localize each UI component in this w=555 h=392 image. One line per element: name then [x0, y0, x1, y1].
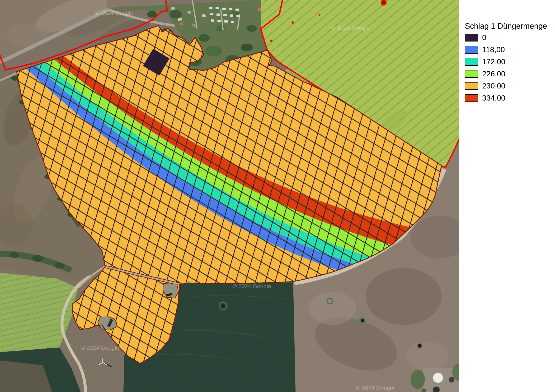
svg-text:© 2024 Google: © 2024 Google — [356, 385, 394, 391]
map-canvas[interactable]: © 2024 Google © 2024 Google © 2024 Googl… — [0, 0, 459, 392]
legend-item: 230,00 — [465, 82, 553, 90]
svg-text:© 2024 Google: © 2024 Google — [95, 9, 133, 16]
map-viewport[interactable]: © 2024 Google © 2024 Google © 2024 Googl… — [0, 0, 459, 392]
legend-item: 226,00 — [465, 70, 553, 78]
app-window: © 2024 Google © 2024 Google © 2024 Googl… — [0, 0, 555, 392]
legend-item: 172,00 — [465, 58, 553, 66]
legend-label: 334,00 — [482, 94, 505, 102]
legend-item: 334,00 — [465, 94, 553, 102]
legend-item: 118,00 — [465, 46, 553, 54]
legend-swatch-226 — [465, 70, 478, 78]
legend-swatch-0 — [465, 34, 478, 42]
legend-panel: Schlag 1 Düngermenge 0 118,00 172,00 226… — [459, 0, 555, 392]
legend-title: Schlag 1 Düngermenge — [465, 22, 553, 30]
legend-label: 230,00 — [482, 82, 505, 90]
legend-label: 118,00 — [482, 45, 505, 54]
legend-label: 226,00 — [482, 70, 505, 78]
svg-text:© 2024 Google: © 2024 Google — [81, 345, 119, 351]
legend-swatch-334 — [465, 94, 478, 102]
legend-swatch-230 — [465, 82, 478, 90]
svg-text:© 2024 Google: © 2024 Google — [233, 283, 271, 289]
legend-swatch-118 — [465, 46, 478, 54]
legend-swatch-172 — [465, 58, 478, 66]
svg-text:© 2024 Google: © 2024 Google — [331, 24, 370, 31]
legend-item: 0 — [465, 34, 553, 42]
legend-label: 172,00 — [482, 57, 505, 66]
legend-label: 0 — [482, 33, 486, 42]
